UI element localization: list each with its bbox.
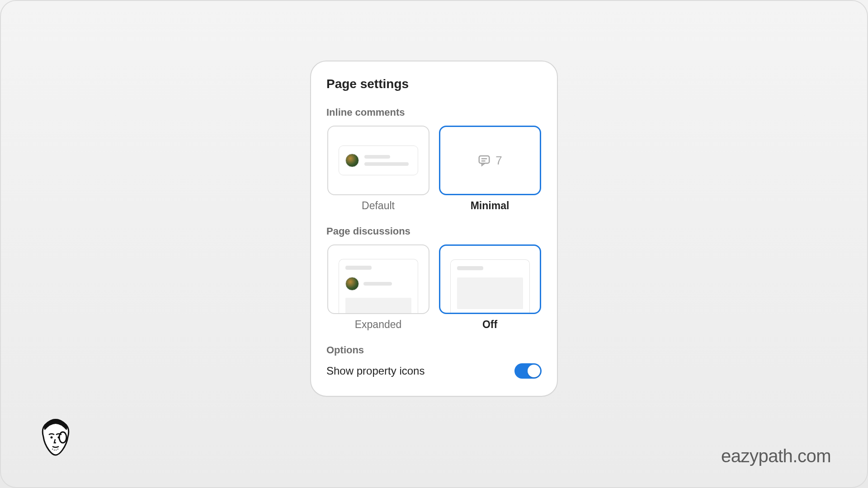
watermark-text: eazypath.com [721,446,831,466]
show-property-icons-label: Show property icons [326,365,425,377]
inline-comments-option-minimal[interactable]: 7 [439,126,541,195]
placeholder-line [364,155,390,159]
off-preview [450,259,530,314]
expanded-preview [339,259,418,314]
inline-comments-options: Default 7 Minimal [326,126,542,212]
placeholder-line [363,282,392,286]
page-discussions-expanded-caption: Expanded [355,319,402,331]
author-avatar [36,417,75,462]
page-discussions-options: Expanded Off [326,244,542,331]
placeholder-line [457,266,483,270]
svg-point-7 [54,450,55,450]
app-frame: Page settings Inline comments Default [0,0,868,488]
page-discussions-off-caption: Off [482,319,497,331]
placeholder-block [345,298,411,314]
comment-count: 7 [495,154,502,168]
avatar-icon [345,277,359,291]
minimal-preview: 7 [477,154,502,168]
svg-point-8 [56,450,57,450]
page-discussions-label: Page discussions [326,225,542,237]
svg-point-9 [57,449,58,450]
inline-comments-default-caption: Default [362,200,395,212]
show-property-icons-toggle[interactable] [514,363,542,379]
inline-comments-option-default[interactable] [327,126,429,195]
placeholder-block [457,277,523,309]
placeholder-line [345,266,372,270]
inline-comments-label: Inline comments [326,107,542,118]
placeholder-line [364,162,409,166]
default-preview [339,145,418,175]
card-title: Page settings [326,77,542,91]
page-discussions-option-expanded[interactable] [327,244,429,314]
comment-icon [477,154,491,167]
toggle-knob [528,365,540,377]
svg-point-4 [51,436,53,439]
avatar-icon [345,154,359,167]
options-label: Options [326,344,542,356]
inline-comments-minimal-caption: Minimal [471,200,509,212]
page-settings-card: Page settings Inline comments Default [310,61,558,397]
page-discussions-option-off[interactable] [439,244,541,314]
svg-rect-0 [479,156,490,163]
svg-point-5 [58,436,60,439]
svg-point-6 [52,449,53,450]
